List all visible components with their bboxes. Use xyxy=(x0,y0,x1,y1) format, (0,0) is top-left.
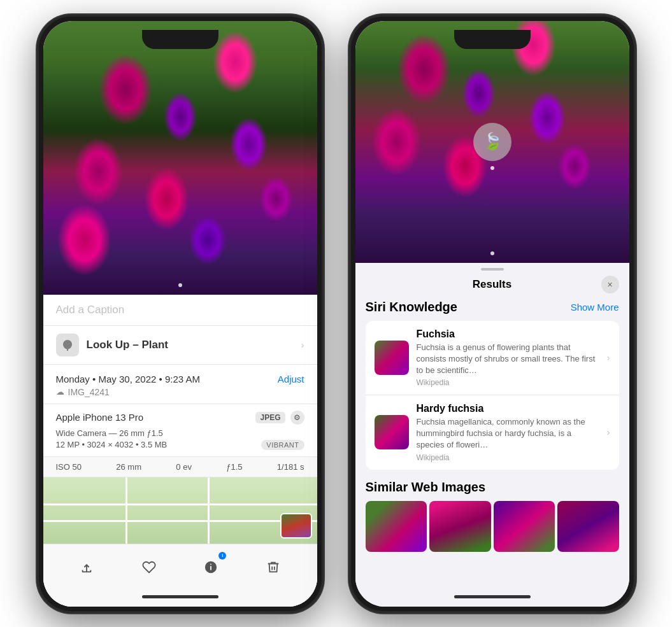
results-header: Results × xyxy=(355,273,629,300)
similar-section: Similar Web Images xyxy=(366,480,619,552)
similar-image-2[interactable] xyxy=(429,501,491,552)
heart-icon xyxy=(142,560,156,574)
ev-value: 0 ev xyxy=(176,462,192,472)
share-button[interactable] xyxy=(73,553,101,581)
knowledge-thumb-hardy xyxy=(375,415,409,449)
settings-icon: ⚙ xyxy=(290,411,304,425)
mute-button-2[interactable] xyxy=(349,78,350,101)
close-icon: × xyxy=(607,279,612,290)
map-road-h2 xyxy=(43,520,317,522)
power-button[interactable] xyxy=(322,129,324,180)
lookup-row[interactable]: Look Up – Plant › xyxy=(43,326,317,365)
chevron-icon-1: › xyxy=(607,353,610,363)
aperture-value: ƒ1.5 xyxy=(226,462,242,472)
vibrant-badge: VIBRANT xyxy=(261,440,304,450)
volume-up-button-2[interactable] xyxy=(349,116,350,148)
volume-down-button-2[interactable] xyxy=(349,155,350,187)
chevron-icon-2: › xyxy=(607,427,610,437)
caption-placeholder[interactable]: Add a Caption xyxy=(56,304,125,316)
adjust-button[interactable]: Adjust xyxy=(278,374,304,384)
similar-image-4[interactable] xyxy=(557,501,619,552)
results-content: Siri Knowledge Show More Fuchsia Fuchsia… xyxy=(355,300,629,588)
results-title: Results xyxy=(383,278,601,291)
lookup-type: Plant xyxy=(141,339,168,351)
knowledge-name-2: Hardy fuchsia xyxy=(417,403,599,414)
volume-down-button[interactable] xyxy=(37,155,38,187)
similar-header: Similar Web Images xyxy=(366,480,619,495)
results-panel: Results × Siri Knowledge Show More xyxy=(355,263,629,588)
photo-toolbar: i xyxy=(43,544,317,588)
phone-1-screen: Add a Caption Look Up – Plant › xyxy=(43,21,317,607)
lookup-label-bold: Look Up xyxy=(87,339,130,351)
meta-section: Monday • May 30, 2022 • 9:23 AM Adjust ☁… xyxy=(43,365,317,404)
similar-image-3[interactable] xyxy=(494,501,555,552)
siri-knowledge-header: Siri Knowledge Show More xyxy=(366,300,619,314)
photo-page-dot-2 xyxy=(490,251,494,255)
shutter-value: 1/181 s xyxy=(277,462,304,472)
filename-row: ☁ IMG_4241 xyxy=(56,387,304,397)
delete-button[interactable] xyxy=(259,553,287,581)
show-more-button[interactable]: Show More xyxy=(571,302,619,313)
mute-button[interactable] xyxy=(37,78,38,101)
meta-date-row: Monday • May 30, 2022 • 9:23 AM Adjust xyxy=(56,374,304,384)
photo-area-2[interactable]: 🍃 xyxy=(355,21,629,263)
phone-1: Add a Caption Look Up – Plant › xyxy=(37,15,324,613)
phone-2: 🍃 Results × xyxy=(349,15,636,613)
power-button-2[interactable] xyxy=(634,129,636,180)
device-name: Apple iPhone 13 Pro xyxy=(56,412,144,423)
notch xyxy=(142,30,218,49)
format-badge: JPEG xyxy=(255,412,285,423)
lookup-icon xyxy=(56,334,79,356)
device-row: Apple iPhone 13 Pro JPEG ⚙ xyxy=(56,411,304,425)
sparkle-info-icon xyxy=(204,560,218,574)
lookup-chevron-icon: › xyxy=(301,340,304,350)
knowledge-item-hardy-fuchsia[interactable]: Hardy fuchsia Fuchsia magellanica, commo… xyxy=(366,395,619,470)
knowledge-desc-2: Fuchsia magellanica, commonly known as t… xyxy=(417,416,599,451)
home-bar-2 xyxy=(454,595,531,598)
filename: IMG_4241 xyxy=(68,387,110,397)
map-area[interactable] xyxy=(43,477,317,544)
lookup-dash: – xyxy=(130,339,142,351)
iso-value: ISO 50 xyxy=(56,462,82,472)
photo-date: Monday • May 30, 2022 • 9:23 AM xyxy=(56,374,200,384)
home-bar-1 xyxy=(142,595,218,598)
volume-up-button[interactable] xyxy=(37,116,38,148)
notch-2 xyxy=(454,30,531,49)
mm-value: 26 mm xyxy=(116,462,141,472)
knowledge-info-hardy: Hardy fuchsia Fuchsia magellanica, commo… xyxy=(417,403,599,462)
map-road-v2 xyxy=(208,477,210,544)
siri-indicator-dot xyxy=(490,166,494,170)
device-section: Apple iPhone 13 Pro JPEG ⚙ Wide Camera —… xyxy=(43,404,317,457)
mp-info: 12 MP • 3024 × 4032 • 3.5 MB xyxy=(56,440,168,449)
mp-row: 12 MP • 3024 × 4032 • 3.5 MB VIBRANT xyxy=(56,440,304,450)
similar-image-1[interactable] xyxy=(366,501,427,552)
knowledge-source-2: Wikipedia xyxy=(417,453,599,462)
drag-bar xyxy=(481,268,504,271)
siri-leaf-icon: 🍃 xyxy=(482,132,503,151)
share-icon xyxy=(80,560,94,574)
leaf-icon xyxy=(61,339,74,351)
siri-knowledge-title: Siri Knowledge xyxy=(366,300,457,314)
similar-title: Similar Web Images xyxy=(366,480,486,495)
knowledge-card: Fuchsia Fuchsia is a genus of flowering … xyxy=(366,321,619,470)
home-indicator-2 xyxy=(355,588,629,607)
map-road-h1 xyxy=(43,504,317,505)
photo-area-1[interactable] xyxy=(43,21,317,295)
map-road-v1 xyxy=(125,477,127,544)
camera-detail: Wide Camera — 26 mm ƒ1.5 xyxy=(56,428,304,438)
info-badge: i xyxy=(218,552,226,560)
caption-area[interactable]: Add a Caption xyxy=(43,295,317,326)
lookup-label: Look Up – Plant xyxy=(87,339,168,351)
knowledge-item-fuchsia[interactable]: Fuchsia Fuchsia is a genus of flowering … xyxy=(366,321,619,396)
trash-icon xyxy=(266,560,280,574)
knowledge-info-fuchsia: Fuchsia Fuchsia is a genus of flowering … xyxy=(417,328,599,388)
photo-page-dot xyxy=(178,283,182,287)
drag-handle[interactable] xyxy=(355,263,629,273)
info-button[interactable]: i xyxy=(197,553,225,581)
siri-visual-search-button[interactable]: 🍃 xyxy=(473,123,511,161)
knowledge-desc-1: Fuchsia is a genus of flowering plants t… xyxy=(417,342,599,377)
knowledge-thumb-fuchsia xyxy=(375,341,409,375)
flower-image-1 xyxy=(43,21,317,295)
favorite-button[interactable] xyxy=(135,553,163,581)
close-button[interactable]: × xyxy=(601,276,619,293)
